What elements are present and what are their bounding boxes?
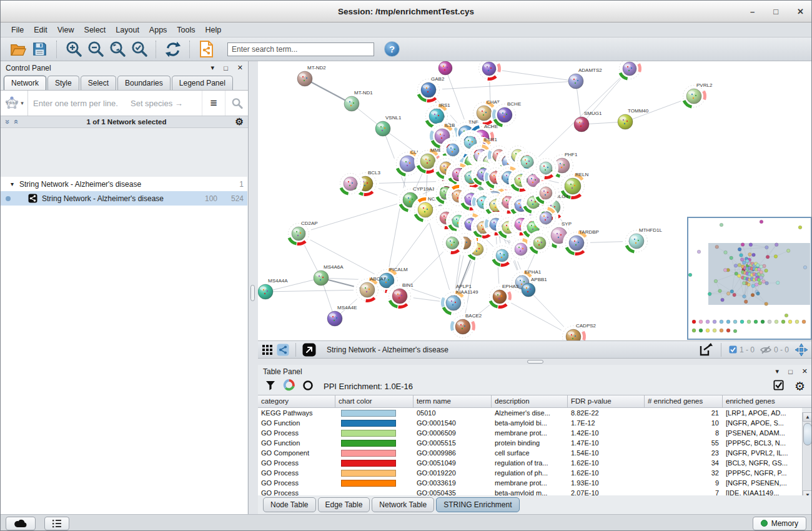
network-node-APLP1[interactable]: APLP1KIAA1149 [443,284,478,314]
cloud-button[interactable] [6,517,36,530]
menu-item-apps[interactable]: Apps [145,24,172,36]
clear-charts-button[interactable] [302,380,314,394]
network-collection-row[interactable]: ▾ String Network - Alzheimer's disease 1 [1,177,247,191]
network-row[interactable]: String Network - Alzheimer's disease 100… [1,191,247,206]
menu-item-file[interactable]: File [7,24,28,36]
column-header-description[interactable]: description [492,395,568,407]
scroll-up-button[interactable]: ▲ [803,412,812,422]
table-row[interactable]: GO ProcessGO:0050435beta-amyloid m...2.0… [258,488,802,495]
network-view[interactable]: MT-ND2MT-ND1VSNL1GAB2IRS1CHATBCHETNFIL1B… [258,61,812,359]
network-gear-icon[interactable]: ⚙ [235,116,244,127]
birds-eye-view[interactable] [688,217,811,339]
apply-layout-button[interactable] [162,39,184,59]
menu-item-tools[interactable]: Tools [172,24,199,36]
panel-menu-caret-icon[interactable]: ▾ [776,367,780,375]
network-node-SMUG1[interactable]: SMUG1 [574,111,602,132]
export-network-button[interactable] [698,342,713,357]
table-row[interactable]: GO FunctionGO:0001540beta-amyloid bi...1… [258,418,802,428]
network-node-MS4A4E[interactable]: MS4A4E [327,305,357,326]
network-node-ADAMTS2[interactable]: ADAMTS2 [568,67,602,89]
table-row[interactable]: GO FunctionGO:0005515protein binding1.47… [258,438,802,448]
close-button[interactable]: ✕ [797,7,804,16]
menu-item-help[interactable]: Help [201,24,226,36]
network-canvas[interactable]: MT-ND2MT-ND1VSNL1GAB2IRS1CHATBCHETNFIL1B… [258,61,812,341]
tab-network-table[interactable]: Network Table [372,497,434,512]
column-header-enriched-genes[interactable]: enriched genes [723,395,812,407]
tab-network[interactable]: Network [4,76,46,90]
table-splitter[interactable] [258,359,812,365]
network-node-MTHFD1L[interactable]: MTHFD1L [626,227,663,252]
menu-item-layout[interactable]: Layout [111,24,144,36]
tab-style[interactable]: Style [47,76,79,90]
memory-button[interactable]: Memory [753,517,806,530]
table-row[interactable]: GO ProcessGO:0033619membrane prot...1.93… [258,478,802,488]
column-header--enriched-genes[interactable]: # enriched genes [645,395,723,407]
zoom-out-button[interactable] [84,39,106,59]
network-node[interactable] [479,61,500,79]
table-scrollbar[interactable]: ▲ ▼ [802,412,812,500]
network-node-PVRL2[interactable]: PVRL2 [683,82,713,107]
panel-close-icon[interactable]: ✕ [802,367,808,375]
grid-view-button[interactable] [262,345,272,355]
expand-all-icon[interactable]: » [12,119,19,124]
share-network-button[interactable] [277,344,289,356]
minimize-button[interactable]: – [750,7,755,16]
column-header-fdr-p-value[interactable]: FDR p-value [568,395,645,407]
tab-legend-panel[interactable]: Legend Panel [172,76,233,90]
draw-charts-button[interactable] [283,379,295,394]
tree-expand-icon[interactable]: ▾ [11,181,14,187]
collapse-all-icon[interactable]: » [4,119,11,124]
column-header-term-name[interactable]: term name [413,395,492,407]
tab-boundaries[interactable]: Boundaries [117,76,171,90]
network-node-GAB2[interactable]: GAB2 [418,76,445,101]
menu-item-view[interactable]: View [53,24,79,36]
table-row[interactable]: GO ProcessGO:0051049regulation of tra...… [258,458,802,468]
network-node-EPHA3[interactable]: EPHA3 [490,284,519,307]
string-search-button[interactable] [225,91,248,116]
zoom-fit-button[interactable] [106,39,128,59]
network-node-MS4A4A[interactable]: MS4A4A [258,278,288,299]
birds-eye-toggle-button[interactable] [795,343,808,357]
table-row[interactable]: KEGG Pathways05010Alzheimer's dise...8.8… [258,408,802,418]
network-node[interactable] [620,61,640,79]
column-header-chart-color[interactable]: chart color [335,395,413,407]
graphics-details-button[interactable] [302,343,316,357]
table-row[interactable]: GO ComponentGO:0009986cell surface1.54E-… [258,448,802,458]
task-history-button[interactable] [44,517,69,530]
network-node-CADPS2[interactable]: CADPS2 [563,323,597,341]
save-session-button[interactable] [29,39,51,59]
settings-gear-icon[interactable]: ⚙ [795,379,805,394]
network-node-BIN1[interactable]: BIN1 [389,282,414,307]
tab-edge-table[interactable]: Edge Table [318,497,370,512]
zoom-in-button[interactable] [62,39,84,59]
open-session-button[interactable] [7,39,29,59]
tab-select[interactable]: Select [81,76,116,90]
network-node[interactable] [438,61,452,75]
import-network-button[interactable] [196,39,217,59]
select-columns-button[interactable] [773,380,784,393]
table-row[interactable]: GO ProcessGO:0019220regulation of ph...1… [258,468,802,478]
splitter-handle[interactable] [250,285,255,301]
network-node-BCHE[interactable]: BCHE [494,101,522,126]
menu-item-select[interactable]: Select [80,24,111,36]
string-logo-button[interactable]: STRING ▾ [1,91,28,116]
network-node-TARDBP[interactable]: TARDBP [566,229,599,254]
maximize-button[interactable]: □ [773,7,778,16]
tab-node-table[interactable]: Node Table [263,497,316,512]
zoom-selected-button[interactable] [128,39,150,59]
network-node-VSNL1[interactable]: VSNL1 [375,115,402,136]
table-row[interactable]: GO ProcessGO:0006509membrane prot...1.42… [258,428,802,438]
tab-string-enrichment[interactable]: STRING Enrichment [436,497,519,512]
panel-splitter[interactable] [249,61,258,514]
splitter-handle[interactable] [527,360,543,364]
network-node-MT-ND1[interactable]: MT-ND1 [344,90,373,111]
network-node-BACE2[interactable]: BACE2 [452,313,482,338]
menu-item-edit[interactable]: Edit [29,24,52,36]
panel-float-icon[interactable]: □ [224,64,228,72]
string-query-input[interactable] [28,91,202,116]
search-input[interactable] [227,42,374,56]
network-node-CD2AP[interactable]: CD2AP [289,221,318,244]
panel-float-icon[interactable]: □ [788,368,793,375]
scrollbar-thumb[interactable] [803,423,812,445]
string-options-button[interactable]: ≡ [202,91,225,116]
